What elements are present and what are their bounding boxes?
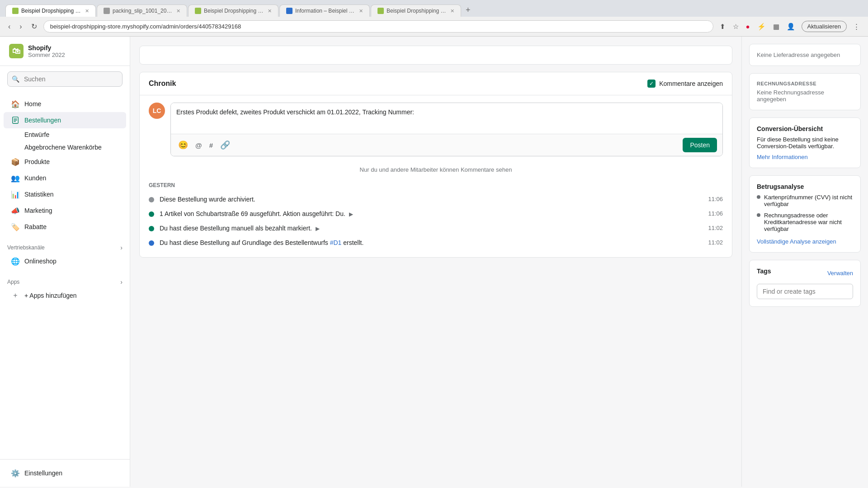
tab-close-3[interactable]: ✕ (268, 8, 272, 14)
sidebar-item-abandoned[interactable]: Abgebrochene Warenkörbe (21, 141, 130, 154)
timeline-time-2: 11:02 (708, 225, 723, 231)
apps-label: Apps (7, 279, 19, 285)
hashtag-button[interactable]: # (208, 139, 215, 151)
tab-favicon-1 (12, 8, 19, 14)
comment-box: Erstes Produkt defekt, zweites Produkt v… (170, 103, 723, 156)
extensions-icon[interactable]: ⚡ (755, 21, 769, 33)
browser-tab-2[interactable]: packing_slip_1001_20220818 ✕ (97, 5, 187, 17)
browser-tab-4[interactable]: Information – Beispiel Dropshi... ✕ (279, 5, 370, 17)
tab-close-5[interactable]: ✕ (450, 8, 454, 14)
sidebar-item-statistics[interactable]: 📊 Statistiken (4, 186, 126, 202)
comment-input[interactable]: Erstes Produkt defekt, zweites Produkt v… (171, 103, 722, 132)
timeline-time-3: 11:02 (708, 239, 723, 246)
billing-section: RECHNUNGSADRESSE Keine Rechnungsadresse … (749, 73, 861, 110)
back-button[interactable]: ‹ (5, 21, 13, 33)
sidebar-item-orders[interactable]: Bestellungen (4, 112, 126, 128)
timeline-item-0: Diese Bestellung wurde archiviert. 11:06 (149, 192, 723, 206)
search-input[interactable] (7, 71, 123, 87)
timeline-content-3: Du hast diese Bestellung auf Grundlage d… (160, 239, 703, 246)
home-label: Home (24, 100, 41, 108)
expand-icon-1[interactable]: ▶ (349, 211, 353, 217)
tab-favicon-2 (104, 8, 110, 14)
tags-header: Tags Verwalten (757, 267, 853, 278)
fraud-analysis-link[interactable]: Vollständige Analyse anzeigen (757, 238, 836, 245)
address-bar[interactable]: beispiel-dropshipping-store.myshopify.co… (43, 20, 713, 33)
orders-subnav: Entwürfe Abgebrochene Warenkörbe (0, 128, 130, 154)
tags-section: Tags Verwalten (749, 260, 861, 307)
emoji-button[interactable]: 😊 (176, 139, 190, 151)
sidebar-item-settings[interactable]: ⚙️ Einstellungen (4, 465, 126, 481)
post-button[interactable]: Posten (683, 138, 717, 152)
timeline-text-2: Du hast diese Bestellung manuell als bez… (160, 225, 312, 232)
comment-icons: 😊 @ # 🔗 (176, 139, 232, 151)
new-tab-button[interactable]: + (462, 4, 474, 17)
channels-section-label[interactable]: Vertriebskanäle › (0, 239, 130, 253)
timeline-text-3b: erstellt. (343, 239, 363, 246)
more-options-icon[interactable]: ⋮ (850, 21, 863, 33)
apps-section-label[interactable]: Apps › (0, 273, 130, 287)
sidebar-item-drafts[interactable]: Entwürfe (21, 128, 130, 141)
top-placeholder (139, 46, 732, 65)
discounts-label: Rabatte (24, 223, 47, 230)
sidebar-item-marketing[interactable]: 📣 Marketing (4, 202, 126, 219)
conversion-section: Conversion-Übersicht Für diese Bestellun… (749, 117, 861, 168)
sidebar-item-online-store[interactable]: 🌐 Onlineshop (4, 253, 126, 269)
mention-button[interactable]: @ (193, 139, 204, 151)
customers-icon: 👥 (11, 174, 20, 183)
fraud-text-0: Kartenprüfnummer (CVV) ist nicht verfügb… (764, 194, 853, 207)
conversion-link[interactable]: Mehr Informationen (757, 154, 808, 160)
browser-tab-5[interactable]: Beispiel Dropshipping Store ✕ (371, 5, 461, 17)
sidebar-item-home[interactable]: 🏠 Home (4, 96, 126, 112)
timeline-dot-2 (149, 226, 154, 231)
forward-button[interactable]: › (17, 21, 24, 33)
tags-manage-link[interactable]: Verwalten (827, 270, 853, 277)
no-billing-text: Keine Rechnungsadresse angegeben (757, 89, 853, 103)
browser-tab-1[interactable]: Beispiel Dropshipping Store · ✕ (5, 5, 96, 17)
settings-label: Einstellungen (24, 469, 62, 477)
sidebar-toggle-icon[interactable]: ▦ (770, 21, 782, 33)
tags-input[interactable] (757, 284, 853, 299)
sidebar-brand: Shopify Sommer 2022 (28, 44, 65, 58)
statistics-icon: 📊 (11, 190, 20, 199)
sidebar-item-discounts[interactable]: 🏷️ Rabatte (4, 219, 126, 235)
products-label: Produkte (24, 158, 50, 165)
sidebar-item-customers[interactable]: 👥 Kunden (4, 170, 126, 186)
timeline-section: GESTERN Diese Bestellung wurde archivier… (140, 178, 732, 257)
customers-label: Kunden (24, 174, 46, 182)
timeline-content-0: Diese Bestellung wurde archiviert. (160, 196, 703, 203)
fraud-dot-1 (757, 213, 760, 217)
share-icon[interactable]: ⬆ (717, 21, 728, 33)
profile-icon[interactable]: 👤 (784, 21, 798, 33)
tab-favicon-4 (286, 8, 292, 14)
opera-icon[interactable]: ● (743, 21, 753, 33)
delivery-section: Keine Lieferadresse angegeben (749, 44, 861, 66)
aktualisieren-button[interactable]: Aktualisieren (802, 21, 847, 32)
home-icon: 🏠 (11, 99, 20, 108)
reload-button[interactable]: ↻ (28, 20, 40, 33)
tab-favicon-3 (195, 8, 201, 14)
bookmark-icon[interactable]: ☆ (730, 21, 741, 33)
timeline-content-2: Du hast diese Bestellung manuell als bez… (160, 225, 703, 232)
chronik-card: Chronik ✓ Kommentare anzeigen LC Erstes … (139, 72, 732, 258)
tab-close-2[interactable]: ✕ (176, 8, 180, 14)
link-button[interactable]: 🔗 (218, 139, 232, 151)
browser-tab-3[interactable]: Beispiel Dropshipping Store · ✕ (188, 5, 278, 17)
sidebar-item-products[interactable]: 📦 Produkte (4, 154, 126, 170)
online-store-label: Onlineshop (24, 258, 57, 265)
timeline-link-3[interactable]: #D1 (330, 239, 342, 246)
tab-close-4[interactable]: ✕ (359, 8, 363, 14)
comment-area: LC Erstes Produkt defekt, zweites Produk… (140, 95, 732, 164)
tab-favicon-5 (377, 8, 384, 14)
expand-icon-2[interactable]: ▶ (316, 225, 320, 232)
comments-checkbox-label[interactable]: ✓ Kommentare anzeigen (647, 80, 723, 88)
statistics-label: Statistiken (24, 191, 54, 198)
timeline-time-1: 11:06 (708, 210, 723, 217)
timeline-dot-1 (149, 211, 154, 217)
main-content: Chronik ✓ Kommentare anzeigen LC Erstes … (130, 37, 868, 487)
tab-close-1[interactable]: ✕ (85, 8, 89, 14)
sidebar-item-add-apps[interactable]: + + Apps hinzufügen (4, 287, 126, 304)
channels-chevron-icon: › (120, 244, 123, 251)
add-apps-label: + Apps hinzufügen (24, 292, 77, 299)
timeline-item-3: Du hast diese Bestellung auf Grundlage d… (149, 235, 723, 250)
fraud-dot-0 (757, 195, 760, 199)
